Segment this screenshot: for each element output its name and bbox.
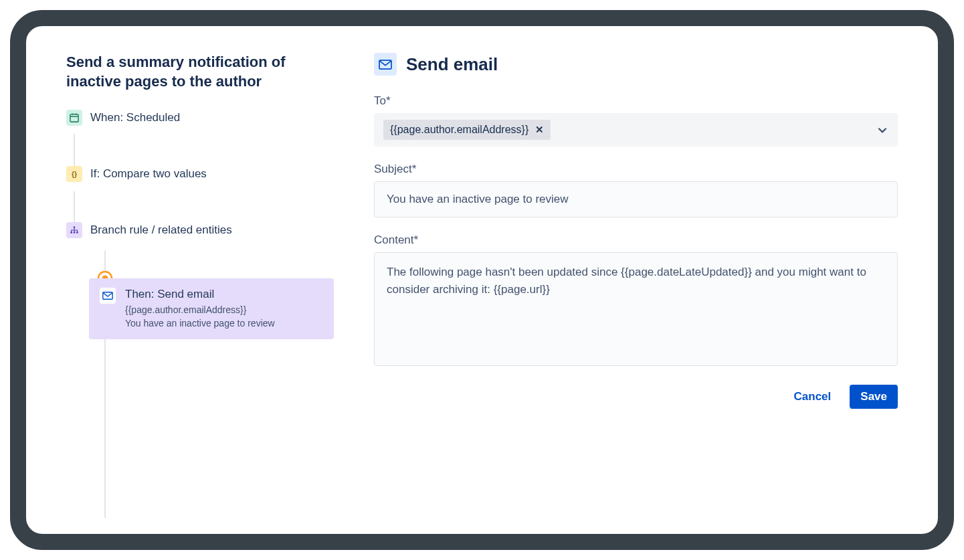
to-input[interactable]: {{page.author.emailAddress}} ✕ — [374, 113, 898, 147]
svg-rect-0 — [70, 114, 78, 122]
subject-input[interactable] — [374, 181, 898, 217]
to-chip: {{page.author.emailAddress}} ✕ — [383, 120, 551, 140]
step-branch-label: Branch rule / related entities — [90, 223, 232, 237]
mail-icon — [374, 53, 397, 76]
rule-sidebar: Send a summary notification of inactive … — [66, 53, 334, 507]
step-then-body: Then: Send email {{page.author.emailAddr… — [125, 288, 323, 330]
step-if[interactable]: {} If: Compare two values — [66, 166, 334, 182]
step-when[interactable]: When: Scheduled — [66, 110, 334, 126]
layout: Send a summary notification of inactive … — [66, 53, 898, 507]
rule-title: Send a summary notification of inactive … — [66, 53, 334, 91]
cancel-button[interactable]: Cancel — [783, 385, 842, 409]
svg-point-8 — [76, 231, 78, 234]
save-button[interactable]: Save — [850, 385, 898, 409]
field-to: To* {{page.author.emailAddress}} ✕ — [374, 94, 898, 147]
app-frame: Send a summary notification of inactive … — [10, 10, 954, 550]
step-then-title: Then: Send email — [125, 288, 323, 301]
step-if-label: If: Compare two values — [90, 167, 207, 181]
panel-header: Send email — [374, 53, 898, 76]
svg-text:{}: {} — [72, 170, 77, 178]
step-then-card[interactable]: Then: Send email {{page.author.emailAddr… — [89, 278, 334, 339]
chevron-down-icon[interactable] — [876, 124, 888, 136]
svg-point-7 — [74, 231, 76, 234]
config-panel: Send email To* {{page.author.emailAddres… — [374, 53, 898, 507]
step-then-line2: You have an inactive page to review — [125, 317, 323, 331]
calendar-icon — [66, 110, 82, 126]
step-branch[interactable]: Branch rule / related entities — [66, 222, 334, 238]
subject-label: Subject* — [374, 163, 898, 176]
panel-title: Send email — [406, 54, 498, 75]
remove-chip-icon[interactable]: ✕ — [535, 124, 544, 136]
braces-icon: {} — [66, 166, 82, 182]
step-then-line1: {{page.author.emailAddress}} — [125, 304, 323, 317]
step-when-label: When: Scheduled — [90, 111, 180, 124]
field-subject: Subject* — [374, 163, 898, 217]
mail-icon — [100, 288, 116, 304]
content-textarea[interactable] — [374, 252, 898, 366]
svg-point-5 — [74, 226, 76, 228]
svg-point-6 — [70, 231, 72, 234]
field-content: Content* — [374, 234, 898, 369]
to-label: To* — [374, 94, 898, 108]
branch-icon — [66, 222, 82, 238]
content-label: Content* — [374, 234, 898, 247]
to-chip-text: {{page.author.emailAddress}} — [390, 124, 528, 136]
action-row: Cancel Save — [374, 385, 898, 409]
